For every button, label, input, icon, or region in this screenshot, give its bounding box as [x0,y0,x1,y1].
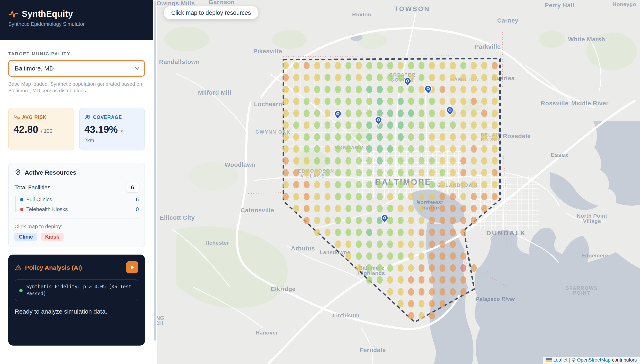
risk-dot [387,74,393,81]
sidebar-scrollbar[interactable] [153,0,157,364]
risk-dot [304,74,310,81]
risk-dot [408,193,414,200]
risk-dot [398,193,404,200]
risk-dot [325,62,330,70]
users-icon [84,114,91,120]
risk-dot [387,157,393,164]
divider [14,218,139,218]
risk-dot [460,145,466,153]
risk-dot [325,145,330,153]
risk-dot [304,110,310,117]
risk-dot [314,74,320,81]
risk-dot [366,252,372,260]
full-clinics-value: 6 [136,196,139,202]
risk-dot [440,240,446,248]
municipality-helper-text: Base Map loaded. Synthetic population ge… [8,81,144,94]
map-place-label: Owings Mills [157,0,195,6]
risk-dot [356,110,362,117]
risk-dot [335,181,341,188]
map-place-label: Woodlawn [225,162,256,168]
risk-dot [314,133,320,141]
risk-dot [450,181,456,188]
risk-dot [481,86,487,93]
risk-dot [366,121,372,129]
risk-dot [387,240,393,248]
risk-dot [398,240,404,248]
risk-dot [450,276,456,284]
risk-dot [398,205,404,212]
risk-dot [408,205,414,212]
risk-dot [366,181,372,188]
osm-link[interactable]: OpenStreetMap [577,358,610,362]
risk-dot [398,62,404,70]
risk-dot [325,110,330,117]
risk-dot [345,157,351,164]
leaflet-link[interactable]: Leaflet [553,358,567,362]
risk-dot [471,133,477,141]
map-place-label: Lansdowne [320,249,350,255]
sidebar-header: SynthEquity Synthetic Epidemiology Simul… [0,0,153,40]
risk-dot [325,193,330,200]
risk-dot [304,121,310,129]
municipality-select[interactable]: Baltimore, MD [8,60,145,77]
risk-dot [356,205,362,212]
clinic-pill[interactable]: Clinic [14,233,37,241]
kiosk-dot-icon [20,208,23,211]
risk-dot [408,312,414,320]
risk-dot [429,276,435,284]
risk-dot [471,74,477,81]
risk-dot [345,205,351,212]
risk-dot [408,228,414,236]
risk-dot [418,181,424,188]
risk-dot [398,121,404,129]
risk-dot [283,145,289,153]
risk-dot [377,145,383,153]
run-analysis-button[interactable] [126,261,138,274]
kiosk-pill[interactable]: Kiosk [41,233,64,241]
risk-dot [450,252,456,260]
policy-analysis-panel: Policy Analysis (AI) Synthetic Fidelity:… [8,254,145,346]
risk-dot [304,98,310,105]
risk-dot [366,228,372,236]
attribution-separator: | [569,358,570,362]
risk-dot [429,145,435,153]
risk-dot [325,86,330,93]
risk-dot [418,228,424,236]
risk-dot [440,264,446,272]
risk-dot [283,86,289,93]
risk-dot [377,264,383,272]
fidelity-status-text: Synthetic Fidelity: p > 0.05 (KS-Test Pa… [26,283,134,297]
map-place-label: Garrison [208,0,235,5]
risk-dot [293,181,299,188]
deploy-hint-text: Click map to deploy resources [171,10,251,16]
risk-dot [429,157,435,164]
risk-dot [471,86,477,93]
risk-dot [283,121,289,129]
risk-dot [398,217,404,224]
scrollbar-thumb[interactable] [154,0,156,341]
risk-dot [408,276,414,284]
risk-dot [366,110,372,117]
active-resources-panel: Active Resources Total Facilities 6 Full… [8,163,145,247]
risk-dot [325,181,330,188]
risk-dot [481,205,487,212]
risk-dot [345,252,351,260]
risk-dot [492,110,498,117]
risk-dot [440,133,446,141]
risk-dot [429,288,435,296]
trending-down-icon [14,114,20,120]
map-place-label: Carney [497,17,518,24]
risk-dot [377,62,383,70]
active-resources-title: Active Resources [25,169,76,176]
risk-dot [366,145,372,153]
risk-dot [377,157,383,164]
risk-dot [492,98,498,105]
risk-dot [387,145,393,153]
risk-dot [293,98,299,105]
risk-dot [408,169,414,176]
risk-dot [450,288,456,296]
risk-dot [314,205,320,212]
risk-dot [335,205,341,212]
risk-dot [429,312,435,320]
risk-dot [398,276,404,284]
